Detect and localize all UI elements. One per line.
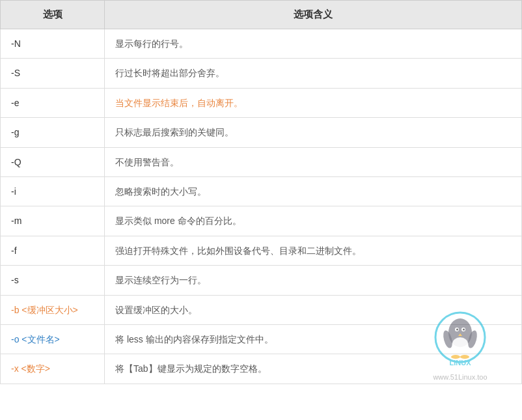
option-cell: -g (1, 118, 105, 147)
meaning-cell: 显示连续空行为一行。 (105, 266, 522, 295)
table-row: -g只标志最后搜索到的关键同。 (1, 118, 522, 147)
table-row: -b <缓冲区大小>设置缓冲区的大小。 (1, 295, 522, 324)
table-row: -Q不使用警告音。 (1, 147, 522, 176)
table-row: -m显示类似 more 命令的百分比。 (1, 206, 522, 236)
header-meaning: 选项含义 (105, 1, 522, 29)
table-row: -S行过长时将超出部分舍弃。 (1, 59, 522, 88)
option-cell: -x <数字> (1, 354, 105, 384)
meaning-cell: 显示每行的行号。 (105, 29, 522, 59)
meaning-cell: 当文件显示结束后，自动离开。 (105, 88, 522, 117)
meaning-cell: 将【Tab】键显示为规定的数字空格。 (105, 354, 522, 384)
meaning-cell: 设置缓冲区的大小。 (105, 295, 522, 324)
table-header-row: 选项 选项含义 (1, 1, 522, 29)
header-option: 选项 (1, 1, 105, 29)
option-cell: -o <文件名> (1, 324, 105, 354)
option-cell: -S (1, 59, 105, 88)
meaning-cell: 显示类似 more 命令的百分比。 (105, 206, 522, 236)
option-cell: -i (1, 176, 105, 206)
meaning-cell: 只标志最后搜索到的关键同。 (105, 118, 522, 147)
option-cell: -Q (1, 147, 105, 176)
option-cell: -b <缓冲区大小> (1, 295, 105, 324)
option-cell: -f (1, 236, 105, 265)
option-cell: -m (1, 206, 105, 236)
option-cell: -s (1, 266, 105, 295)
table-row: -f强迫打开特殊文件，比如外围设备代号、目录和二进制文件。 (1, 236, 522, 265)
option-cell: -N (1, 29, 105, 59)
table-row: -s显示连续空行为一行。 (1, 266, 522, 295)
main-container: 选项 选项含义 -N显示每行的行号。-S行过长时将超出部分舍弃。-e当文件显示结… (0, 0, 522, 420)
table-row: -e当文件显示结束后，自动离开。 (1, 88, 522, 117)
options-table: 选项 选项含义 -N显示每行的行号。-S行过长时将超出部分舍弃。-e当文件显示结… (0, 0, 522, 384)
meaning-cell: 行过长时将超出部分舍弃。 (105, 59, 522, 88)
table-row: -i忽略搜索时的大小写。 (1, 176, 522, 206)
table-row: -o <文件名>将 less 输出的内容保存到指定文件中。 (1, 324, 522, 354)
meaning-cell: 将 less 输出的内容保存到指定文件中。 (105, 324, 522, 354)
table-row: -N显示每行的行号。 (1, 29, 522, 59)
option-cell: -e (1, 88, 105, 117)
meaning-cell: 不使用警告音。 (105, 147, 522, 176)
meaning-cell: 忽略搜索时的大小写。 (105, 176, 522, 206)
table-row: -x <数字>将【Tab】键显示为规定的数字空格。 (1, 354, 522, 384)
meaning-cell: 强迫打开特殊文件，比如外围设备代号、目录和二进制文件。 (105, 236, 522, 265)
table-body: -N显示每行的行号。-S行过长时将超出部分舍弃。-e当文件显示结束后，自动离开。… (1, 29, 522, 384)
